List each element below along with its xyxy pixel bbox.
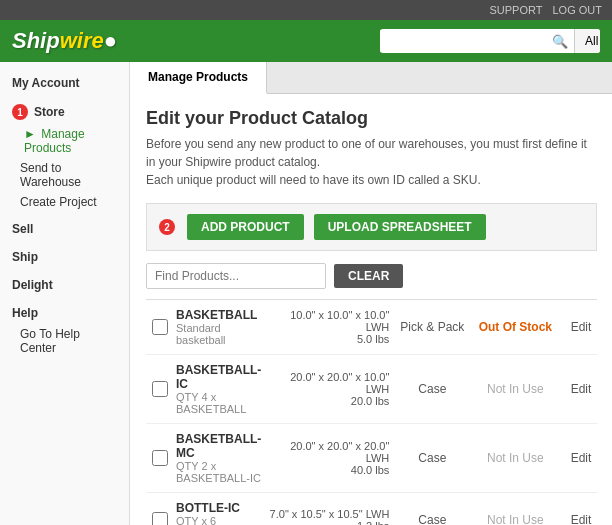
logout-link[interactable]: LOG OUT (552, 4, 602, 16)
product-status: Not In Use (475, 382, 555, 396)
sidebar-ship-title[interactable]: Ship (0, 246, 129, 268)
sidebar-section-help: Help Go To Help Center (0, 302, 129, 358)
product-sku: BASKETBALL (176, 308, 261, 322)
top-bar: SUPPORT LOG OUT (0, 0, 612, 20)
product-edit-link[interactable]: Edit (563, 513, 591, 525)
product-row: BASKETBALL-IC QTY 4 x BASKETBALL 20.0" x… (146, 355, 597, 424)
product-type: Case (397, 513, 467, 525)
sidebar-section-account: My Account (0, 72, 129, 94)
add-product-button[interactable]: ADD PRODUCT (187, 214, 304, 240)
product-list: BASKETBALL Standard basketball 10.0" x 1… (146, 299, 597, 525)
product-status: Out Of Stock (475, 320, 555, 334)
product-checkbox[interactable] (152, 450, 168, 466)
sidebar-help-title[interactable]: Help (0, 302, 129, 324)
sidebar-item-go-to-help-center[interactable]: Go To Help Center (0, 324, 129, 358)
tab-manage-products[interactable]: Manage Products (130, 62, 267, 94)
sidebar-section-delight: Delight (0, 274, 129, 296)
logo: Shipwire● (12, 28, 117, 54)
search-icon: 🔍 (546, 30, 574, 53)
product-checkbox[interactable] (152, 381, 168, 397)
page-description: Before you send any new product to one o… (146, 135, 597, 189)
product-desc: QTY 4 x BASKETBALL (176, 391, 261, 415)
support-link[interactable]: SUPPORT (490, 4, 543, 16)
search-row: CLEAR (146, 263, 597, 289)
product-row: BASKETBALL Standard basketball 10.0" x 1… (146, 300, 597, 355)
action-bar: 2 ADD PRODUCT UPLOAD SPREADSHEET (146, 203, 597, 251)
header: Shipwire● 🔍 All (0, 20, 612, 62)
product-info: BASKETBALL Standard basketball (176, 308, 261, 346)
sidebar: My Account 1 Store ► Manage Products Sen… (0, 62, 130, 525)
product-info: BASKETBALL-MC QTY 2 x BASKETBALL-IC (176, 432, 261, 484)
main-layout: My Account 1 Store ► Manage Products Sen… (0, 62, 612, 525)
sidebar-item-create-project[interactable]: Create Project (0, 192, 129, 212)
product-type: Case (397, 382, 467, 396)
product-sku: BOTTLE-IC (176, 501, 261, 515)
sidebar-section-ship: Ship (0, 246, 129, 268)
product-row: BASKETBALL-MC QTY 2 x BASKETBALL-IC 20.0… (146, 424, 597, 493)
product-checkbox[interactable] (152, 512, 168, 525)
product-edit-link[interactable]: Edit (563, 451, 591, 465)
product-dimensions: 7.0" x 10.5" x 10.5" LWH1.2 lbs (269, 508, 389, 525)
sidebar-section-sell: Sell (0, 218, 129, 240)
sidebar-item-manage-products[interactable]: ► Manage Products (0, 124, 129, 158)
store-badge: 1 (12, 104, 28, 120)
sidebar-store-title: 1 Store (0, 100, 129, 124)
product-edit-link[interactable]: Edit (563, 382, 591, 396)
product-sku: BASKETBALL-MC (176, 432, 261, 460)
global-search-input[interactable] (380, 30, 546, 52)
arrow-icon: ► (24, 127, 36, 141)
product-dimensions: 20.0" x 20.0" x 10.0" LWH20.0 lbs (269, 371, 389, 407)
find-products-input[interactable] (146, 263, 326, 289)
product-type: Case (397, 451, 467, 465)
tab-bar: Manage Products (130, 62, 612, 94)
sidebar-sell-title[interactable]: Sell (0, 218, 129, 240)
product-info: BASKETBALL-IC QTY 4 x BASKETBALL (176, 363, 261, 415)
search-scope-dropdown[interactable]: All (574, 29, 600, 53)
product-desc: QTY x 6 BOTTLE (176, 515, 261, 525)
sidebar-item-send-to-warehouse[interactable]: Send to Warehouse (0, 158, 129, 192)
product-sku: BASKETBALL-IC (176, 363, 261, 391)
product-row: BOTTLE-IC QTY x 6 BOTTLE 7.0" x 10.5" x … (146, 493, 597, 525)
clear-button[interactable]: CLEAR (334, 264, 403, 288)
product-desc: Standard basketball (176, 322, 261, 346)
sidebar-my-account: My Account (0, 72, 129, 94)
product-status: Not In Use (475, 513, 555, 525)
product-edit-link[interactable]: Edit (563, 320, 591, 334)
upload-spreadsheet-button[interactable]: UPLOAD SPREADSHEET (314, 214, 486, 240)
action-badge: 2 (159, 219, 175, 235)
product-checkbox[interactable] (152, 319, 168, 335)
product-dimensions: 20.0" x 20.0" x 20.0" LWH40.0 lbs (269, 440, 389, 476)
sidebar-delight-title[interactable]: Delight (0, 274, 129, 296)
product-desc: QTY 2 x BASKETBALL-IC (176, 460, 261, 484)
product-status: Not In Use (475, 451, 555, 465)
product-dimensions: 10.0" x 10.0" x 10.0" LWH5.0 lbs (269, 309, 389, 345)
main-content: Manage Products Edit your Product Catalo… (130, 62, 612, 525)
content-area: Edit your Product Catalog Before you sen… (130, 94, 612, 525)
page-title: Edit your Product Catalog (146, 108, 597, 129)
product-info: BOTTLE-IC QTY x 6 BOTTLE (176, 501, 261, 525)
sidebar-section-store: 1 Store ► Manage Products Send to Wareho… (0, 100, 129, 212)
global-search-bar: 🔍 All (380, 29, 600, 53)
product-type: Pick & Pack (397, 320, 467, 334)
